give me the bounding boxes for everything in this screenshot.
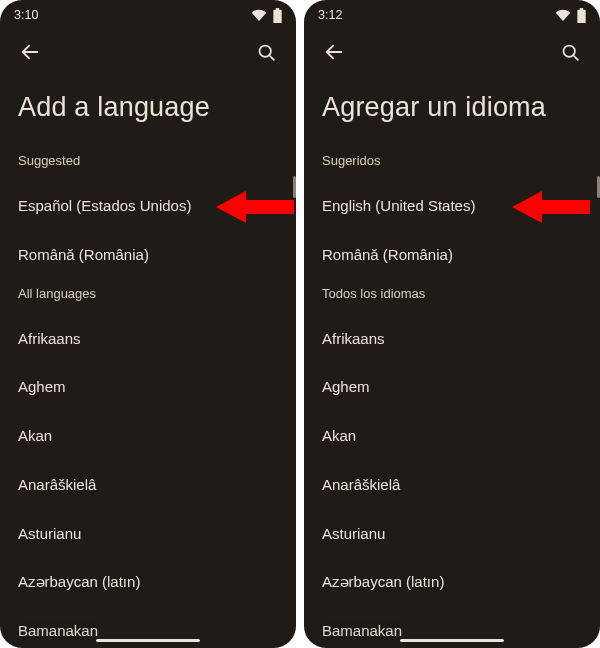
wifi-icon	[555, 9, 571, 21]
status-icons	[555, 8, 586, 23]
all-item-4[interactable]: Asturianu	[0, 510, 296, 559]
toolbar	[304, 30, 600, 74]
all-item-0[interactable]: Afrikaans	[0, 315, 296, 364]
status-bar: 3:12	[304, 0, 600, 30]
section-all-header: All languages	[0, 280, 296, 315]
all-item-6[interactable]: Bamanakan	[304, 607, 600, 641]
status-time: 3:10	[14, 8, 38, 22]
all-item-1[interactable]: Aghem	[304, 363, 600, 412]
suggested-item-0[interactable]: English (United States)	[304, 182, 600, 231]
all-item-5[interactable]: Azərbaycan (latın)	[0, 558, 296, 607]
status-icons	[251, 8, 282, 23]
all-item-5[interactable]: Azərbaycan (latın)	[304, 558, 600, 607]
phone-left: 3:10 Add a language Suggested Español (E…	[0, 0, 296, 648]
wifi-icon	[251, 9, 267, 21]
gesture-bar	[400, 639, 504, 643]
back-button[interactable]	[12, 34, 48, 70]
suggested-item-1[interactable]: Română (România)	[304, 231, 600, 280]
page-title: Add a language	[0, 74, 296, 147]
svg-line-3	[573, 55, 578, 60]
section-all-header: Todos los idiomas	[304, 280, 600, 315]
all-item-2[interactable]: Akan	[0, 412, 296, 461]
battery-icon	[273, 8, 282, 23]
comparison-stage: 3:10 Add a language Suggested Español (E…	[0, 0, 600, 648]
battery-icon	[577, 8, 586, 23]
scroll-indicator	[293, 176, 296, 198]
back-button[interactable]	[316, 34, 352, 70]
section-suggested-header: Suggested	[0, 147, 296, 182]
toolbar	[0, 30, 296, 74]
all-item-6[interactable]: Bamanakan	[0, 607, 296, 641]
all-item-3[interactable]: Anarâškielâ	[0, 461, 296, 510]
all-item-3[interactable]: Anarâškielâ	[304, 461, 600, 510]
all-item-1[interactable]: Aghem	[0, 363, 296, 412]
section-suggested-header: Sugeridos	[304, 147, 600, 182]
gesture-bar	[96, 639, 200, 643]
phone-right: 3:12 Agregar un idioma Sugeridos English…	[304, 0, 600, 648]
search-button[interactable]	[552, 34, 588, 70]
all-item-2[interactable]: Akan	[304, 412, 600, 461]
svg-line-1	[269, 55, 274, 60]
suggested-item-1[interactable]: Română (România)	[0, 231, 296, 280]
all-item-0[interactable]: Afrikaans	[304, 315, 600, 364]
status-time: 3:12	[318, 8, 342, 22]
all-item-4[interactable]: Asturianu	[304, 510, 600, 559]
search-button[interactable]	[248, 34, 284, 70]
status-bar: 3:10	[0, 0, 296, 30]
suggested-item-0[interactable]: Español (Estados Unidos)	[0, 182, 296, 231]
page-title: Agregar un idioma	[304, 74, 600, 147]
